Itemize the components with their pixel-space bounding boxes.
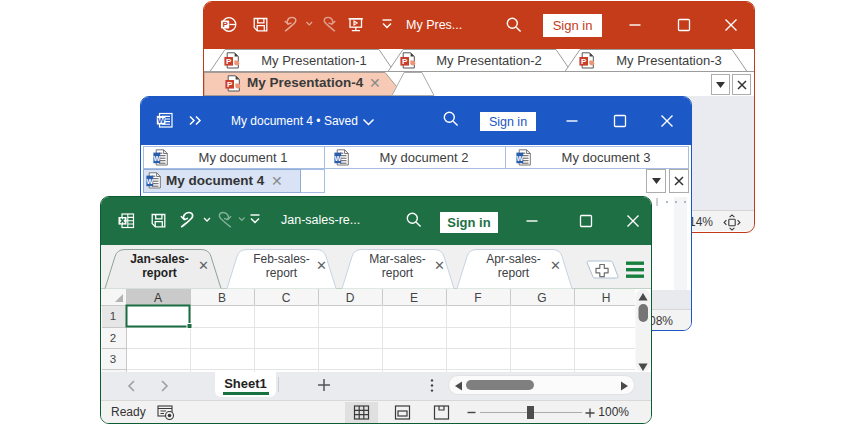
- svg-text:3: 3: [110, 353, 116, 365]
- svg-text:C: C: [282, 291, 291, 305]
- svg-text:B: B: [218, 291, 226, 305]
- svg-text:F: F: [474, 291, 481, 305]
- svg-text:A: A: [154, 291, 162, 305]
- svg-text:H: H: [602, 291, 611, 305]
- svg-text:W: W: [157, 116, 165, 125]
- svg-text:2: 2: [110, 332, 116, 344]
- svg-text:P: P: [222, 20, 228, 29]
- svg-text:1: 1: [110, 310, 116, 322]
- svg-text:D: D: [346, 291, 355, 305]
- svg-text:G: G: [537, 291, 546, 305]
- svg-text:E: E: [410, 291, 418, 305]
